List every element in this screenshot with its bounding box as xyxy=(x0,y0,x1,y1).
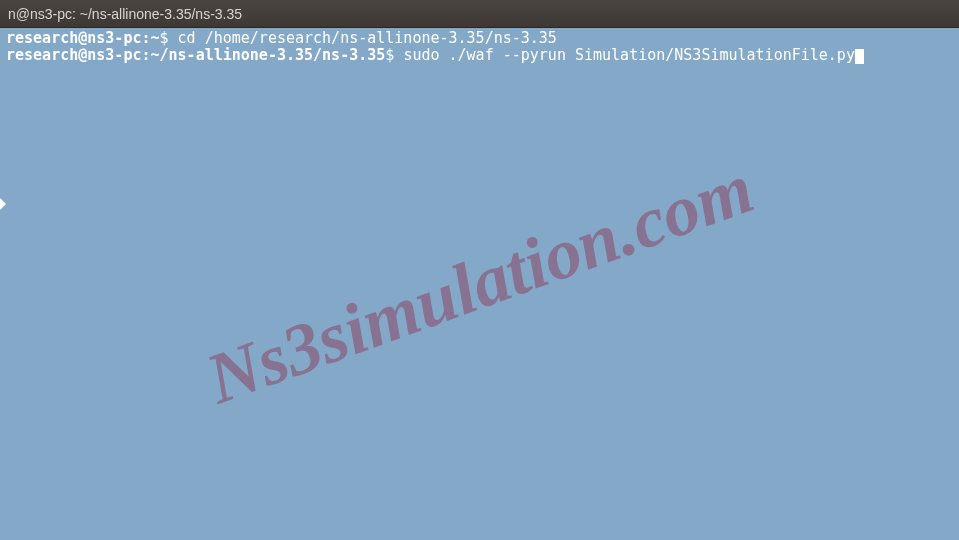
prompt-user: research@ns3-pc: xyxy=(6,29,151,47)
command-text: sudo ./waf --pyrun Simulation/NS3Simulat… xyxy=(403,46,855,64)
terminal-window: n@ns3-pc: ~/ns-allinone-3.35/ns-3.35 res… xyxy=(0,0,959,540)
terminal-line: research@ns3-pc:~/ns-allinone-3.35/ns-3.… xyxy=(6,47,953,64)
prompt-path: ~ xyxy=(151,29,160,47)
prompt-path: ~/ns-allinone-3.35/ns-3.35 xyxy=(151,46,386,64)
cursor-icon xyxy=(855,49,864,64)
side-indicator-icon xyxy=(0,198,6,210)
prompt-symbol: $ xyxy=(385,46,403,64)
window-title: n@ns3-pc: ~/ns-allinone-3.35/ns-3.35 xyxy=(8,6,242,22)
prompt-symbol: $ xyxy=(160,29,178,47)
window-titlebar[interactable]: n@ns3-pc: ~/ns-allinone-3.35/ns-3.35 xyxy=(0,0,959,28)
prompt-user: research@ns3-pc: xyxy=(6,46,151,64)
terminal-line: research@ns3-pc:~$ cd /home/research/ns-… xyxy=(6,30,953,47)
command-text: cd /home/research/ns-allinone-3.35/ns-3.… xyxy=(178,29,557,47)
watermark-text: Ns3simulation.com xyxy=(196,147,764,421)
terminal-body[interactable]: research@ns3-pc:~$ cd /home/research/ns-… xyxy=(0,28,959,540)
